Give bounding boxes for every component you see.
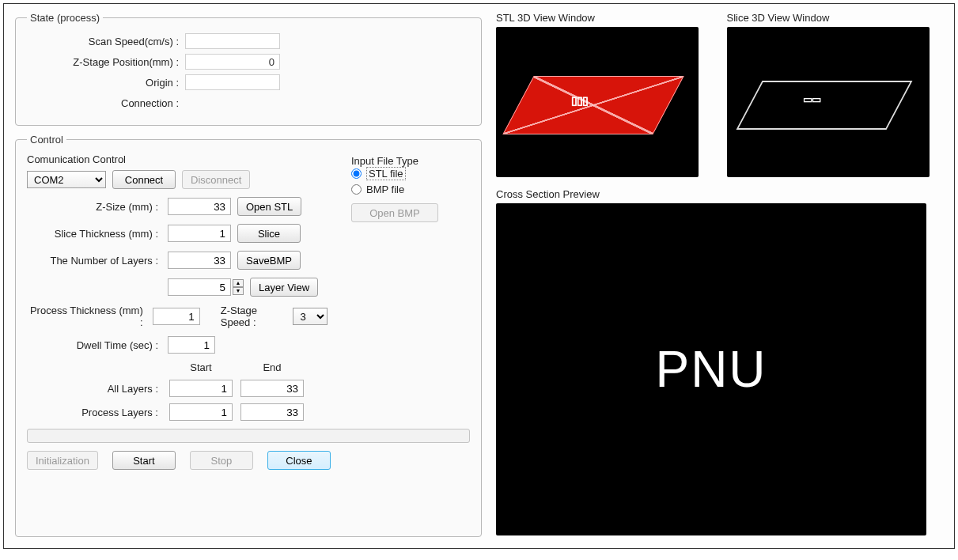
bmp-file-label: BMP file — [366, 184, 404, 195]
bmp-file-radio[interactable] — [351, 184, 362, 195]
connect-button[interactable]: Connect — [112, 170, 176, 189]
stop-button: Stop — [190, 451, 253, 470]
control-group: Control Comunication Control COM2 Connec… — [15, 134, 482, 537]
origin-value — [185, 74, 280, 90]
num-layers-label: The Number of Layers : — [27, 255, 161, 267]
open-bmp-button: Open BMP — [351, 203, 438, 222]
save-bmp-button[interactable]: SaveBMP — [237, 251, 301, 270]
progress-bar — [27, 429, 470, 443]
all-layers-end-input[interactable] — [240, 380, 304, 397]
process-layers-start-input[interactable] — [169, 403, 233, 421]
bmp-file-radio-row: BMP file — [351, 184, 470, 195]
process-layers-label: Process Layers : — [27, 407, 161, 418]
connection-value — [185, 95, 280, 111]
close-button[interactable]: Close — [267, 451, 331, 470]
scan-speed-value — [185, 33, 280, 49]
z-size-label: Z-Size (mm) : — [27, 201, 161, 213]
layer-index-down[interactable]: ▼ — [233, 287, 244, 295]
origin-label: Origin : — [27, 77, 185, 89]
cross-section-viewport[interactable]: PNU — [496, 203, 926, 535]
slice-plane-icon — [736, 81, 912, 130]
slice-thickness-label: Slice Thickness (mm) : — [27, 228, 161, 240]
dwell-time-input[interactable] — [168, 336, 215, 354]
slice-button[interactable]: Slice — [237, 224, 301, 243]
scan-speed-label: Scan Speed(cm/s) : — [27, 36, 185, 47]
disconnect-button: Disconnect — [182, 170, 250, 189]
z-stage-speed-label: Z-Stage Speed : — [221, 305, 287, 328]
state-legend: State (process) — [27, 12, 103, 24]
app-frame: State (process) Scan Speed(cm/s) : Z-Sta… — [3, 3, 955, 549]
control-legend: Control — [27, 134, 66, 146]
layer-view-button[interactable]: Layer View — [250, 278, 318, 297]
stl-file-label: STL file — [366, 167, 406, 180]
stl-view-title: STL 3D View Window — [496, 12, 713, 24]
start-button[interactable]: Start — [112, 451, 176, 470]
end-column-header: End — [240, 361, 304, 373]
stl-3d-viewport[interactable]: ▯▯▯ — [496, 27, 699, 177]
cross-section-text: PNU — [655, 340, 767, 399]
state-group: State (process) Scan Speed(cm/s) : Z-Sta… — [15, 12, 482, 126]
connection-label: Connection : — [27, 97, 185, 109]
left-column: State (process) Scan Speed(cm/s) : Z-Sta… — [15, 12, 482, 537]
start-column-header: Start — [169, 361, 233, 373]
stl-file-radio[interactable] — [351, 168, 362, 179]
z-stage-pos-label: Z-Stage Position(mm) : — [27, 56, 185, 68]
num-layers-input[interactable] — [168, 252, 231, 269]
initialization-button: Initialization — [27, 451, 98, 470]
all-layers-label: All Layers : — [27, 383, 161, 395]
z-size-input[interactable] — [168, 198, 231, 215]
stl-file-radio-row: STL file — [351, 167, 470, 180]
layer-index-up[interactable]: ▲ — [233, 279, 244, 287]
input-file-type-title: Input File Type — [351, 155, 470, 167]
layer-index-input[interactable] — [168, 278, 231, 296]
process-thickness-input[interactable] — [153, 308, 200, 325]
all-layers-start-input[interactable] — [169, 380, 233, 397]
process-layers-end-input[interactable] — [240, 403, 304, 421]
z-stage-speed-select[interactable]: 3 — [293, 308, 328, 325]
slice-thickness-input[interactable] — [168, 225, 231, 242]
slice-model-glyph: ▭▭ — [803, 93, 820, 105]
process-thickness-label: Process Thickness (mm) : — [27, 305, 146, 328]
cross-section-title: Cross Section Preview — [496, 188, 943, 200]
comm-control-title: Comunication Control — [27, 153, 328, 165]
slice-view-title: Slice 3D View Window — [727, 12, 944, 24]
stl-model-glyph: ▯▯▯ — [571, 94, 611, 115]
z-stage-pos-value: 0 — [185, 54, 280, 70]
slice-3d-viewport[interactable]: ▭▭ — [727, 27, 930, 177]
open-stl-button[interactable]: Open STL — [237, 197, 301, 216]
dwell-time-label: Dwell Time (sec) : — [27, 339, 161, 351]
right-column: STL 3D View Window ▯▯▯ Slice 3D View Win… — [496, 12, 943, 537]
com-port-select[interactable]: COM2 — [27, 171, 106, 188]
